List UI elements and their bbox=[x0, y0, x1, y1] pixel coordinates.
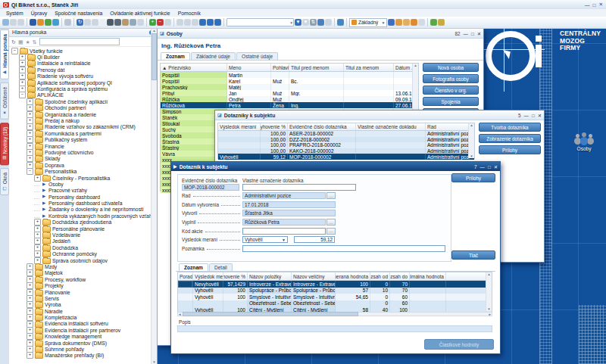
column-header-4[interactable]: Názov položky bbox=[248, 272, 292, 280]
tlac-button[interactable]: Tlač bbox=[451, 250, 495, 260]
collapse-icon[interactable]: − bbox=[27, 168, 33, 175]
table-row[interactable]: PospíšilMartin bbox=[161, 72, 418, 78]
tree-item-jed-le-[interactable]: +Jedáleň bbox=[34, 238, 157, 244]
tree-item-predaj-a-n-kup[interactable]: +Predaj a nákup bbox=[27, 117, 157, 123]
scroll-left-icon[interactable]: ◄ bbox=[178, 313, 181, 316]
copy-icon[interactable] bbox=[2, 19, 9, 26]
scroll-up-icon[interactable]: ▲ bbox=[414, 64, 417, 67]
table-row[interactable]: 100,00PRAPRO-2018-000002Administrativní … bbox=[218, 142, 474, 148]
table-row[interactable]: Nevyhověli57,1429Introverze - Extraverze… bbox=[178, 281, 492, 288]
side-tab-novinky-19-[interactable]: ▤Novinky (19) bbox=[0, 123, 9, 165]
dotaznik-table[interactable]: PoradieVýsledok meraniaVyhovenie %Názov … bbox=[177, 272, 492, 312]
table-row[interactable]: Vyhověli100Spolupráce - PrůbojnostSpolup… bbox=[178, 288, 492, 294]
expand-icon[interactable]: + bbox=[27, 155, 33, 162]
scroll-down-icon[interactable]: ▼ bbox=[487, 307, 490, 311]
filter-icon[interactable]: ▼ bbox=[295, 19, 301, 26]
tree-item-person-lny-dashboard-u-vate-a[interactable]: ▶Personálny dashboard užívateľa bbox=[34, 200, 157, 206]
spojenia-button[interactable]: Spojenia bbox=[423, 97, 479, 106]
tree-item-publika-n-syst-m[interactable]: +Publikačný systém bbox=[27, 136, 157, 142]
rad-lookup-button[interactable]: … bbox=[326, 192, 336, 199]
grid-off-icon[interactable] bbox=[418, 19, 425, 26]
table-row[interactable]: Vyhověli100Smyslové - Intuitivní vnímání… bbox=[178, 294, 492, 300]
copy-record-icon[interactable] bbox=[164, 19, 171, 26]
tree-item-evidencia-in-tal-ci-pre-partnerov[interactable]: +Evidencia inštalácií pre partnerov bbox=[27, 327, 157, 333]
sort-tree-icon[interactable]: ⇅ bbox=[33, 39, 37, 45]
column-header-2[interactable]: Výsledok merania bbox=[193, 272, 223, 280]
table-row[interactable]: 100,00DZZ-2018-000002Administrativní poz… bbox=[218, 137, 474, 143]
table-row[interactable]: RůžičkováPetraŽenaIng.27.06.1980 bbox=[161, 102, 418, 108]
tree-item-s-hrnn-poh-ady[interactable]: +Súhrnné pohľady bbox=[27, 346, 157, 352]
globe-blue-icon[interactable] bbox=[30, 19, 36, 26]
tree-item-pl-novanie[interactable]: +Plánovanie bbox=[27, 289, 157, 295]
column-header-3[interactable]: Vyhovenie % bbox=[223, 272, 248, 280]
tree-item-spolo-n-seln-ky-aplik-ci-[interactable]: +Spoločné číselníky aplikácií bbox=[27, 98, 157, 104]
dotazniky-titlebar[interactable]: ◪ Dotazníky k subjektu 5 — □ ✕ bbox=[215, 110, 544, 120]
dotaznik-minimize-button[interactable]: — bbox=[480, 164, 485, 170]
globe-green-icon[interactable] bbox=[45, 19, 52, 26]
tree-item-mana-rske-preh-ady-bi-[interactable]: +Manažérske prehľady (BI) bbox=[27, 353, 157, 359]
nav-prev-icon[interactable] bbox=[184, 19, 191, 26]
table-row[interactable]: 100,00ASER-2018-000002Administrativní po… bbox=[218, 131, 474, 137]
grid-config-icon[interactable] bbox=[411, 19, 417, 26]
undo-icon[interactable] bbox=[207, 19, 214, 26]
-lenstvo-v-org--button[interactable]: Členstvo v org. bbox=[423, 86, 479, 95]
user-icon[interactable] bbox=[64, 19, 71, 26]
tree-item-doprava[interactable]: +Doprava bbox=[27, 162, 157, 168]
column-header-1[interactable]: Výsledok meraní bbox=[218, 123, 261, 130]
tree-item-financie[interactable]: +Financie bbox=[27, 143, 157, 149]
expand-icon[interactable]: + bbox=[27, 301, 33, 308]
table-row[interactable]: Vyhověli59,12MOP-2018-000002Administrati… bbox=[218, 154, 474, 160]
column-header-5[interactable]: Rad bbox=[426, 123, 470, 130]
tree-item-person-lny-dashboard[interactable]: ▶Personálny dashboard bbox=[34, 194, 157, 200]
tree-item-podvojn-tovn-ctvo[interactable]: +Podvojné účtovníctvo bbox=[27, 149, 157, 155]
kod-akcie-lookup-button[interactable]: … bbox=[326, 228, 336, 235]
tree-item-obchodn-partneri[interactable]: +Obchodní partneri bbox=[27, 105, 157, 111]
fotografia-osoby-button[interactable]: Fotografia osoby bbox=[423, 74, 479, 83]
column-header-5[interactable]: Titul za menom bbox=[344, 64, 394, 71]
filter-adv-off-icon[interactable] bbox=[325, 19, 332, 26]
column-header-2[interactable]: Vyhovenie % bbox=[261, 123, 288, 130]
expand-icon[interactable]: + bbox=[19, 73, 26, 79]
dotaznik-titlebar[interactable]: ▶ Dotazník k subjektu 7 — □ ✕ bbox=[171, 162, 500, 171]
tree-item-majetok[interactable]: +Majetok bbox=[27, 270, 157, 276]
collapse-icon[interactable]: − bbox=[19, 92, 26, 98]
nav-next-icon[interactable] bbox=[192, 19, 198, 26]
tree-item-ochrann-pom-cky[interactable]: +Ochranné pomôcky bbox=[34, 251, 157, 257]
scroll-up-icon[interactable]: ▲ bbox=[487, 272, 490, 276]
tree-scrollbar[interactable]: ▲ ▼ bbox=[151, 29, 157, 364]
expand-icon[interactable]: + bbox=[27, 136, 33, 143]
column-header-1[interactable]: Poradie bbox=[178, 272, 193, 280]
tree-item-spr-va-dokumentov-dms-[interactable]: +Správa dokumentov (DMS) bbox=[27, 340, 157, 346]
tree-item-v-etky-funkcie[interactable]: −Všetky funkcie bbox=[11, 48, 157, 54]
tree-item-riadenie-v-voja-softv-ru[interactable]: +Riadenie vývoja softvéru bbox=[19, 73, 157, 79]
tree-item-pracovn-vz-ahy[interactable]: ▶Pracovné vzťahy bbox=[34, 188, 157, 194]
column-header-9[interactable]: Optimálna hodnota bbox=[410, 272, 446, 280]
dotazniky-minimize-button[interactable]: — bbox=[524, 113, 529, 118]
kod-akcie-input[interactable] bbox=[242, 228, 326, 235]
table-row[interactable]: Obezřetnost - SebevědomíObezřetnost - Se… bbox=[178, 300, 492, 307]
table-row[interactable]: PřibylJanMužMgr.13.06.197 bbox=[161, 90, 418, 96]
osoby-maximize-button[interactable]: □ bbox=[471, 31, 474, 36]
ok-icon[interactable] bbox=[199, 19, 206, 26]
expand-icon[interactable]: + bbox=[27, 282, 33, 289]
tree-item-procesy-workflow[interactable]: +Procesy, workflow bbox=[27, 276, 157, 282]
globe-orange-icon[interactable] bbox=[37, 19, 44, 26]
dotaznik-close-button[interactable]: ✕ bbox=[494, 164, 498, 170]
column-header-7[interactable]: Rozsah od bbox=[370, 272, 390, 280]
tree-item-riadenie-vz-ahov-so-z-kazn-kmi-crm-[interactable]: +Riadenie vzťahov so zákazníkmi (CRM) bbox=[27, 124, 157, 130]
scroll-up-icon[interactable]: ▲ bbox=[470, 123, 473, 127]
menu-item--pravy[interactable]: Úpravy bbox=[27, 11, 52, 16]
clock-icon[interactable] bbox=[137, 19, 144, 26]
menu-item-syst-m[interactable]: Systém bbox=[2, 11, 27, 16]
tree-search-input[interactable] bbox=[39, 38, 120, 45]
folder-config-icon[interactable] bbox=[395, 19, 402, 26]
tree-item-mzdy[interactable]: +Mzdy bbox=[27, 263, 157, 269]
view-icon[interactable]: ▦ bbox=[18, 39, 23, 45]
apply-icon[interactable] bbox=[214, 19, 221, 26]
horizontal-scrollbar[interactable]: ◄ ► bbox=[177, 312, 492, 316]
tree-item--iadanky-o-dovolenky-a-in-nepr-tomnosti[interactable]: ▶Žiadanky o dovolenky a iné neprítomnost… bbox=[34, 207, 157, 213]
binoculars-icon[interactable] bbox=[107, 19, 114, 26]
collapse-icon[interactable]: − bbox=[11, 48, 18, 54]
stop-icon[interactable] bbox=[84, 19, 91, 26]
dotazniky-maximize-button[interactable]: □ bbox=[532, 113, 535, 118]
